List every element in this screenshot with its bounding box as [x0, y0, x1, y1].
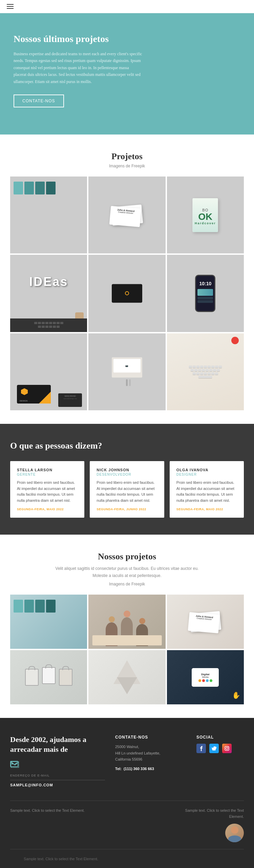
footer-bottom-bar: Sample text. Click to select the Text El… — [10, 849, 244, 862]
testimonials-title: O que as pessoas dizem? — [10, 441, 244, 451]
laptop-keyboard — [10, 318, 87, 332]
testimonial-date-1: SEGUNDA-FEIRA, JUNHO 2022 — [97, 508, 157, 511]
avatar-face — [231, 826, 238, 834]
testimonial-date-0: SEGUNDA-FEIRA, MAIO 2022 — [17, 508, 78, 511]
digital-label: Digital — [201, 673, 209, 676]
testimonial-text-0: Proin sed libero enim sed faucibus. At i… — [17, 480, 78, 503]
testimonial-card-2: OLGA IVANOVA DESIGNER Proin sed libero e… — [170, 461, 244, 518]
phone-time: 10:10 — [196, 276, 214, 286]
instagram-icon[interactable] — [222, 744, 232, 753]
footer-col-3: SOCIAL — [196, 735, 244, 787]
emoji-row — [198, 679, 212, 682]
biz-card-logo — [125, 291, 129, 295]
social-title: SOCIAL — [196, 735, 244, 740]
footer-col-2: CONTATE-NOS 25000 Walnut,Hill Ln undefin… — [115, 735, 186, 787]
desk-scene: 📷 — [112, 357, 142, 386]
tel-value: (111) 360 336 663 — [124, 767, 154, 771]
keyboard-topview — [167, 333, 244, 410]
hamburger-menu[interactable] — [7, 4, 14, 9]
testimonial-name-1: NICK JOHNSON — [97, 468, 157, 472]
projetos2-cell-1[interactable] — [10, 595, 87, 649]
card-accent — [39, 392, 51, 404]
svg-rect-1 — [225, 746, 229, 750]
footer: Desde 2002, ajudamos a arrecadar mais de… — [0, 718, 254, 868]
design-card: DESIGN — [17, 385, 51, 404]
hero-description: Business expertise and dedicated teams t… — [14, 50, 142, 85]
grid-cell-3[interactable]: BO OK Hardcover — [167, 177, 244, 253]
second-card: MAKE BRAND www.makedesign.com — [58, 393, 82, 407]
tel-label: Tel: — [115, 767, 122, 771]
grid-cell-1[interactable] — [10, 177, 87, 253]
phone-mockup: 10:10 — [195, 275, 215, 312]
grid-cell-8[interactable]: 📷 — [88, 333, 165, 410]
testimonial-role-2: DESIGNER — [176, 473, 237, 476]
projetos2-cell-5[interactable] — [88, 650, 165, 704]
grid-cell-5[interactable] — [88, 255, 165, 332]
book-covers-decoration — [14, 182, 56, 194]
svg-point-2 — [226, 747, 228, 749]
projetos2-cell-2[interactable] — [88, 595, 165, 649]
testimonials-section: O que as pessoas dizem? STELLA LARSON GE… — [0, 424, 254, 535]
biz-card-p3-front: John & Howard Creative Director — [188, 612, 220, 634]
projetos2-description: Velit aliquet sagittis id consectetur pu… — [10, 565, 244, 579]
contact-address: 25000 Walnut,Hill Ln undefined Lafayette… — [115, 744, 186, 763]
bag-3 — [59, 669, 72, 686]
twitter-icon[interactable] — [209, 744, 219, 753]
table-surface — [92, 635, 162, 645]
bags-scene — [25, 669, 72, 686]
avatar-body — [228, 835, 241, 842]
testimonial-card-0: STELLA LARSON GERENTE Proin sed libero e… — [10, 461, 84, 518]
projetos2-title: Nossos projetos — [10, 552, 244, 562]
testimonial-date-2: SEGUNDA-FEIRA, MAIO 2022 — [176, 508, 237, 511]
projetos2-cell-6[interactable]: Digital Media ✋ — [167, 650, 244, 704]
svg-point-3 — [228, 747, 229, 748]
hand-decoration — [75, 312, 84, 318]
projetos2-subtitle: Imagens de Freepik — [10, 582, 244, 586]
navigation — [0, 0, 254, 13]
email-label: ENDEREÇO DE E-MAIL — [10, 774, 105, 777]
testimonial-text-1: Proin sed libero enim sed faucibus. At i… — [97, 480, 157, 503]
projetos2-section: Nossos projetos Velit aliquet sagittis i… — [0, 535, 254, 718]
contact-button[interactable]: CONTATE-NOS — [14, 95, 64, 107]
grid-cell-4[interactable]: IDEas — [10, 255, 87, 332]
projetos2-cell-3[interactable]: John & Howard Creative Director — [167, 595, 244, 649]
book-hardcover: BO OK Hardcover — [193, 198, 218, 232]
social-icons — [196, 744, 244, 753]
testimonials-grid: STELLA LARSON GERENTE Proin sed libero e… — [10, 461, 244, 518]
grid-cell-6[interactable]: 10:10 — [167, 255, 244, 332]
grid-cell-9[interactable] — [167, 333, 244, 410]
contact-tel: Tel: (111) 360 336 663 — [115, 767, 186, 771]
triangle-down — [117, 677, 137, 694]
email-divider — [10, 780, 105, 780]
projetos-subtitle: Imagens de Freepik — [10, 164, 244, 168]
email-icon — [10, 761, 18, 767]
footer-bottom-text[interactable]: Sample text. Click to select the Text El… — [10, 808, 85, 814]
footer-bottom-bar-text[interactable]: Sample text. Click to select the Text El… — [10, 856, 112, 862]
footer-bottom: Sample text. Click to select the Text El… — [10, 801, 244, 842]
hand-holding: ✋ — [232, 691, 240, 699]
book-covers-p1 — [14, 600, 56, 613]
footer-bottom-text2[interactable]: Sample text. Click to select the Text El… — [176, 808, 244, 820]
grid-cell-2[interactable]: John & Howard Creative Director — [88, 177, 165, 253]
digital-label-2: Media — [202, 676, 209, 678]
testimonial-card-1: NICK JOHNSON DESENVOLVEDOR Proin sed lib… — [90, 461, 164, 518]
footer-since-text: Desde 2002, ajudamos a arrecadar mais de — [10, 735, 105, 754]
projetos2-grid: John & Howard Creative Director Digital — [10, 595, 244, 704]
footer-bottom-right: Sample text. Click to select the Text El… — [176, 808, 244, 842]
projetos-grid: John & Howard Creative Director BO OK Ha… — [10, 177, 244, 410]
footer-col-1: Desde 2002, ajudamos a arrecadar mais de… — [10, 735, 105, 787]
digital-tablet: Digital Media — [192, 668, 219, 687]
facebook-icon[interactable] — [196, 744, 206, 753]
projetos2-cell-4[interactable] — [10, 650, 87, 704]
avatar — [225, 824, 244, 842]
digital-scene: Digital Media ✋ — [167, 650, 244, 704]
contact-title: CONTATE-NOS — [115, 735, 186, 740]
footer-bottom-left: Sample text. Click to select the Text El… — [10, 808, 85, 814]
email-value[interactable]: SAMPLE@INFO.COM — [10, 783, 105, 787]
grid-cell-7[interactable]: DESIGN MAKE BRAND www.makedesign.com — [10, 333, 87, 410]
testimonial-name-0: STELLA LARSON — [17, 468, 78, 472]
hex-icon — [21, 388, 28, 395]
hero-section: Nossos últimos projetos Business experti… — [0, 13, 254, 135]
dark-biz-card — [112, 284, 142, 303]
testimonial-role-1: DESENVOLVEDOR — [97, 473, 157, 476]
